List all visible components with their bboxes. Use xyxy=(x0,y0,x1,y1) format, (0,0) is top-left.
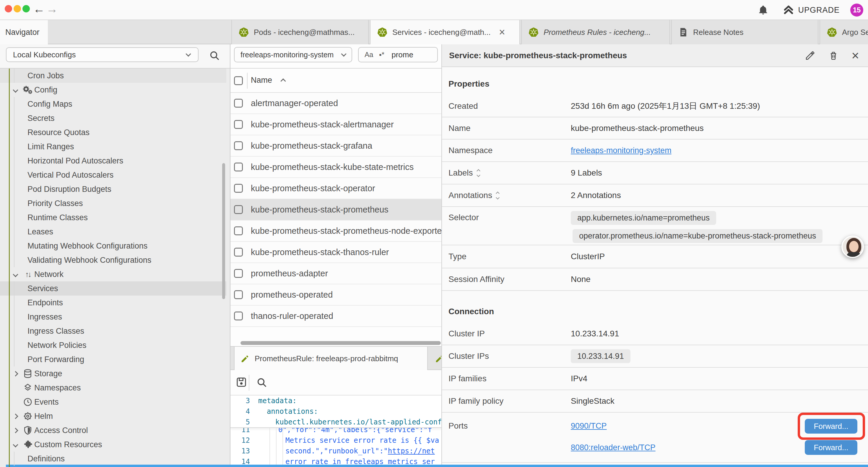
forward-arrow-icon[interactable]: → xyxy=(46,2,58,16)
sidebar-item-mutating-webhook-configurations[interactable]: Mutating Webhook Configurations xyxy=(0,239,226,253)
search-icon[interactable] xyxy=(209,50,220,61)
close-icon[interactable]: × xyxy=(851,49,859,62)
sidebar-item-endpoints[interactable]: Endpoints xyxy=(0,296,226,310)
list-item[interactable]: kube-prometheus-stack-operator xyxy=(230,178,442,199)
select-all-checkbox[interactable] xyxy=(234,76,243,85)
forward-port-button[interactable]: Forward... xyxy=(805,440,857,455)
row-checkbox[interactable] xyxy=(234,290,243,299)
row-checkbox[interactable] xyxy=(234,141,243,150)
yaml-editor[interactable]: 3metadata: 4 annotations: 5 kubectl.kube… xyxy=(230,396,442,467)
namespace-filter-select[interactable]: freeleaps-monitoring-system xyxy=(234,47,352,62)
row-checkbox[interactable] xyxy=(234,269,243,278)
avatar[interactable] xyxy=(841,236,864,258)
sidebar-scrollbar[interactable] xyxy=(222,163,225,299)
row-checkbox[interactable] xyxy=(234,205,243,214)
list-search-input[interactable]: Aa ▪* prome xyxy=(358,47,438,62)
sidebar-item-storage[interactable]: Storage xyxy=(0,367,226,381)
sidebar-item-access-control[interactable]: Access Control xyxy=(0,423,226,437)
sidebar-item-resource-quotas[interactable]: Resource Quotas xyxy=(0,125,226,140)
sidebar-item-horizontal-pod-autoscalers[interactable]: Horizontal Pod Autoscalers xyxy=(0,154,226,168)
tab-release-notes[interactable]: Release Notes xyxy=(671,20,818,44)
sidebar-item-services[interactable]: Services xyxy=(0,282,226,296)
detail-row-annotations: Annotations 2 Annotations xyxy=(442,184,868,207)
kubeconfig-selector[interactable]: Local Kubeconfigs xyxy=(6,47,198,62)
sidebar-item-network-policies[interactable]: Network Policies xyxy=(0,338,226,352)
row-checkbox[interactable] xyxy=(234,163,243,171)
row-checkbox[interactable] xyxy=(234,184,243,193)
horizontal-scrollbar[interactable] xyxy=(241,341,441,345)
list-item[interactable]: kube-prometheus-stack-thanos-ruler xyxy=(230,242,442,263)
list-item[interactable]: kube-prometheus-stack-alertmanager xyxy=(230,114,442,135)
chevron-down-icon xyxy=(13,442,18,447)
sidebar-item-ingress-classes[interactable]: Ingress Classes xyxy=(0,324,226,338)
minimize-window-button[interactable] xyxy=(13,5,21,12)
row-checkbox[interactable] xyxy=(234,120,243,129)
sidebar-item-helm[interactable]: Helm xyxy=(0,409,226,423)
regex-icon[interactable]: ▪* xyxy=(379,51,384,59)
sidebar-item-custom-resources[interactable]: Custom Resources xyxy=(0,437,226,451)
tab-pods[interactable]: Pods - icecheng@mathmas... xyxy=(231,20,369,44)
sidebar-item-network[interactable]: ↑↓Network xyxy=(0,267,226,282)
row-checkbox[interactable] xyxy=(234,226,243,235)
list-item[interactable]: kube-prometheus-stack-kube-state-metrics xyxy=(230,157,442,178)
sidebar-item-vertical-pod-autoscalers[interactable]: Vertical Pod Autoscalers xyxy=(0,168,226,182)
list-toolbar: freeleaps-monitoring-system Aa ▪* prome xyxy=(230,44,442,68)
sidebar-item-ingresses[interactable]: Ingresses xyxy=(0,310,226,324)
editor-search-icon[interactable] xyxy=(256,377,268,388)
list-item[interactable]: kube-prometheus-stack-prometheus-node-ex… xyxy=(230,221,442,242)
maximize-window-button[interactable] xyxy=(23,5,30,12)
name-column-header[interactable]: Name xyxy=(251,76,272,85)
sidebar-item-definitions[interactable]: Definitions xyxy=(0,451,226,466)
match-case-icon[interactable]: Aa xyxy=(365,51,373,59)
save-icon[interactable] xyxy=(235,376,248,388)
sidebar-item-runtime-classes[interactable]: Runtime Classes xyxy=(0,210,226,225)
tab-argo[interactable]: Argo Se xyxy=(819,20,868,44)
delete-icon[interactable] xyxy=(829,51,838,61)
chevron-down-icon xyxy=(13,87,18,92)
bell-icon[interactable] xyxy=(758,5,769,16)
edit-icon[interactable] xyxy=(805,50,815,61)
list-item[interactable]: prometheus-operated xyxy=(230,284,442,305)
editor-tab-prometheusrule[interactable]: PrometheusRule: freeleaps-prod-rabbitmq xyxy=(234,347,428,371)
tab-pods-label: Pods - icecheng@mathmas... xyxy=(254,28,354,37)
sidebar-item-port-forwarding[interactable]: Port Forwarding xyxy=(0,352,226,367)
list-item[interactable]: thanos-ruler-operated xyxy=(230,305,442,327)
notification-badge[interactable]: 15 xyxy=(850,4,863,17)
sidebar-item-leases[interactable]: Leases xyxy=(0,225,226,239)
puzzle-icon xyxy=(22,440,34,449)
navigator-panel-tab[interactable]: Navigator xyxy=(0,20,48,44)
sidebar-toolbar: Local Kubeconfigs xyxy=(0,44,230,68)
sidebar-item-namespaces[interactable]: Namespaces xyxy=(0,381,226,395)
sidebar-item-secrets[interactable]: Secrets xyxy=(0,111,226,125)
list-item-selected[interactable]: kube-prometheus-stack-prometheus xyxy=(230,199,442,221)
expand-icon[interactable] xyxy=(477,170,480,176)
list-item[interactable]: kube-prometheus-stack-grafana xyxy=(230,135,442,157)
port-link[interactable]: 8080:reloader-web/TCP xyxy=(571,443,656,452)
list-item[interactable]: alertmanager-operated xyxy=(230,93,442,114)
sidebar-item-pod-disruption-budgets[interactable]: Pod Disruption Budgets xyxy=(0,182,226,196)
close-tab-icon[interactable]: × xyxy=(499,27,505,37)
upgrade-icon[interactable] xyxy=(783,4,795,16)
sidebar-item-validating-webhook-configurations[interactable]: Validating Webhook Configurations xyxy=(0,253,226,267)
upgrade-label[interactable]: UPGRADE xyxy=(798,6,840,15)
sidebar-item-cron-jobs[interactable]: Cron Jobs xyxy=(0,68,226,83)
close-window-button[interactable] xyxy=(5,5,12,12)
sidebar-item-config[interactable]: Config xyxy=(0,83,226,97)
detail-row-name: Name kube-prometheus-stack-prometheus xyxy=(442,117,868,140)
row-checkbox[interactable] xyxy=(234,312,243,320)
editor-tab-partial[interactable] xyxy=(429,347,442,371)
tab-prometheus-rules[interactable]: Prometheus Rules - icecheng... xyxy=(521,20,670,44)
sidebar-item-config-maps[interactable]: Config Maps xyxy=(0,97,226,111)
namespace-link[interactable]: freeleaps-monitoring-system xyxy=(571,146,672,155)
tab-services[interactable]: Services - icecheng@math... × xyxy=(370,20,520,44)
port-link[interactable]: 9090/TCP xyxy=(571,421,607,431)
back-arrow-icon[interactable]: ← xyxy=(33,2,45,16)
sidebar-item-events[interactable]: Events xyxy=(0,395,226,409)
row-checkbox[interactable] xyxy=(234,99,243,108)
expand-icon[interactable] xyxy=(496,192,499,199)
sort-ascending-icon[interactable] xyxy=(280,78,286,84)
sidebar-item-priority-classes[interactable]: Priority Classes xyxy=(0,196,226,210)
list-item[interactable]: prometheus-adapter xyxy=(230,263,442,284)
sidebar-item-limit-ranges[interactable]: Limit Ranges xyxy=(0,140,226,154)
row-checkbox[interactable] xyxy=(234,248,243,257)
